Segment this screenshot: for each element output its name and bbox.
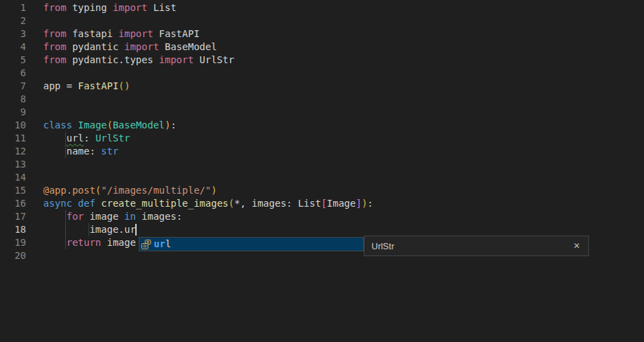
code-line[interactable]: 13 <box>0 158 644 171</box>
code-text: from typing import List <box>26 1 176 14</box>
indent-guide <box>65 236 66 249</box>
code-token: import <box>113 2 148 13</box>
code-text <box>26 249 43 262</box>
line-number: 1 <box>0 1 26 14</box>
code-line[interactable]: 9 <box>0 106 644 119</box>
indent-guide <box>65 223 66 236</box>
line-number: 2 <box>0 14 26 27</box>
code-token: in <box>124 211 136 222</box>
code-token: FastAPI <box>78 80 119 91</box>
code-token: for <box>67 211 84 222</box>
symbol-class-icon <box>141 239 152 250</box>
code-token: UrlStr <box>194 54 234 65</box>
code-line[interactable]: 4from pydantic import BaseModel <box>0 41 644 54</box>
code-token: image.ur <box>43 224 136 235</box>
line-number: 15 <box>0 184 26 197</box>
code-token: ) <box>362 198 367 209</box>
close-icon: ✕ <box>573 241 580 251</box>
code-line[interactable]: 7app = FastAPI() <box>0 80 644 93</box>
line-number: 3 <box>0 27 26 41</box>
code-line[interactable]: 15@app.post("/images/multiple/") <box>0 184 644 197</box>
code-text <box>26 106 43 119</box>
code-line[interactable]: 6 <box>0 67 644 80</box>
code-line[interactable]: 16async def create_multiple_images(*, im… <box>0 197 644 210</box>
code-line[interactable]: 14 <box>0 171 644 184</box>
indent-guide <box>65 132 66 145</box>
code-line[interactable]: 10class Image(BaseModel): <box>0 119 644 132</box>
code-token: pydantic.types <box>67 54 159 65</box>
code-token: def <box>78 198 95 209</box>
code-text <box>26 158 43 171</box>
code-token: class <box>43 119 72 130</box>
suggest-detail-panel: UrlStr ✕ <box>364 236 589 256</box>
code-text: from pydantic.types import UrlStr <box>26 54 234 67</box>
code-token: BaseModel <box>159 41 217 52</box>
code-token: from <box>43 41 67 52</box>
code-token: str <box>101 146 118 157</box>
code-text: from fastapi import FastAPI <box>26 27 200 41</box>
code-token: from <box>43 54 67 65</box>
code-token: FastAPI <box>153 28 199 39</box>
code-line[interactable]: 2 <box>0 14 644 27</box>
code-text <box>26 14 43 27</box>
close-button[interactable]: ✕ <box>572 240 582 251</box>
code-token: [ <box>321 198 327 209</box>
line-number: 4 <box>0 41 26 54</box>
code-token: : <box>84 133 95 144</box>
code-token: create_multiple_images <box>101 198 228 209</box>
code-token: from <box>43 2 67 13</box>
code-token: ( <box>107 119 113 130</box>
code-text: url: UrlStr <box>26 132 130 145</box>
code-text: class Image(BaseModel): <box>26 119 176 132</box>
code-text: name: str <box>26 145 119 158</box>
indent-guide <box>65 210 66 223</box>
code-line[interactable]: 1from typing import List <box>0 1 644 14</box>
code-token: pydantic <box>67 41 124 52</box>
code-token <box>72 119 78 130</box>
line-number: 20 <box>0 249 26 262</box>
code-token <box>43 237 67 248</box>
code-token: image <box>84 211 124 222</box>
indent-guide <box>65 145 66 158</box>
code-line[interactable]: 5from pydantic.types import UrlStr <box>0 54 644 67</box>
code-text: @app.post("/images/multiple/") <box>26 184 217 197</box>
code-token <box>72 198 78 209</box>
line-number: 7 <box>0 80 26 93</box>
code-text <box>26 171 43 184</box>
line-number: 8 <box>0 93 26 106</box>
code-line[interactable]: 11 url: UrlStr <box>0 132 644 145</box>
code-token: UrlStr <box>95 133 130 144</box>
code-token: async <box>43 198 72 209</box>
code-line[interactable]: 18 image.ur <box>0 223 644 236</box>
suggest-detail-text: UrlStr <box>371 241 394 251</box>
code-text: async def create_multiple_images(*, imag… <box>26 197 373 210</box>
line-number: 11 <box>0 132 26 145</box>
code-token: import <box>119 28 154 39</box>
code-token: return <box>67 237 102 248</box>
code-token: "/images/multiple/" <box>101 185 211 196</box>
code-text: image.ur <box>26 223 136 236</box>
code-line[interactable]: 12 name: str <box>0 145 644 158</box>
line-number: 18 <box>0 223 26 236</box>
code-text <box>26 67 43 80</box>
suggest-item-url[interactable]: url <box>154 238 171 251</box>
line-number: 17 <box>0 210 26 223</box>
code-token: Image <box>327 198 356 209</box>
code-token: import <box>124 41 159 52</box>
code-token <box>43 133 67 144</box>
line-number: 5 <box>0 54 26 67</box>
line-number: 9 <box>0 106 26 119</box>
text-cursor <box>135 224 137 236</box>
indent-guide <box>89 223 89 236</box>
code-area[interactable]: 1from typing import List23from fastapi i… <box>0 1 644 262</box>
line-number: 13 <box>0 158 26 171</box>
code-line[interactable]: 8 <box>0 93 644 106</box>
code-text: from pydantic import BaseModel <box>26 41 217 54</box>
code-line[interactable]: 3from fastapi import FastAPI <box>0 27 644 41</box>
line-number: 6 <box>0 67 26 80</box>
code-token: images: <box>136 211 182 222</box>
code-line[interactable]: 17 for image in images: <box>0 210 644 223</box>
code-token: BaseModel <box>113 119 165 130</box>
code-token: ] <box>356 198 361 209</box>
code-token: url <box>67 133 84 144</box>
